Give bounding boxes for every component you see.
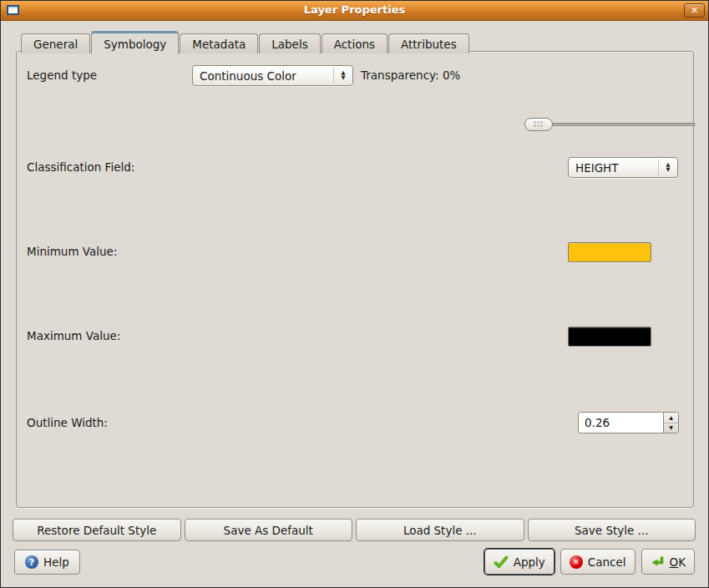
button-label: Restore Default Style <box>37 524 156 537</box>
layer-properties-dialog: Layer Properties ✕ General Symbology Met… <box>0 0 709 588</box>
maximum-value-color-button[interactable] <box>568 327 651 347</box>
classification-field-value: HEIGHT <box>569 158 658 177</box>
legend-type-value: Continuous Color <box>193 66 333 85</box>
spin-buttons: ▲ ▼ <box>663 413 678 433</box>
spin-down-button[interactable]: ▼ <box>664 423 678 433</box>
tab-label: Symbology <box>104 38 166 51</box>
tab-bar: General Symbology Metadata Labels Action… <box>21 31 470 53</box>
chevron-down-icon: ▼ <box>669 425 673 430</box>
window-title: Layer Properties <box>1 3 708 16</box>
return-arrow-icon <box>651 555 665 569</box>
button-label: Load Style ... <box>403 524 477 537</box>
tab-label: Actions <box>334 38 375 51</box>
legend-type-label: Legend type <box>27 65 97 86</box>
tab-general[interactable]: General <box>21 33 90 53</box>
close-button[interactable]: ✕ <box>684 3 705 18</box>
legend-type-select[interactable]: Continuous Color ▲▼ <box>192 65 353 86</box>
button-label: Save As Default <box>224 524 313 537</box>
maximum-value-label: Maximum Value: <box>27 326 120 346</box>
help-icon: ? <box>25 555 38 569</box>
button-label: Save Style ... <box>575 524 649 537</box>
chevron-up-icon: ▲ <box>669 415 673 420</box>
button-label: Cancel <box>588 555 626 569</box>
dialog-action-row: Apply ✕ Cancel OK <box>484 549 695 575</box>
chevron-up-down-icon: ▲▼ <box>333 68 352 84</box>
minimum-value-label: Minimum Value: <box>27 241 117 261</box>
tab-label: Labels <box>271 38 307 51</box>
titlebar[interactable]: Layer Properties ✕ <box>1 1 708 21</box>
restore-default-style-button[interactable]: Restore Default Style <box>13 519 181 541</box>
load-style-button[interactable]: Load Style ... <box>356 519 524 541</box>
spin-up-button[interactable]: ▲ <box>664 413 678 423</box>
outline-width-input[interactable]: 0.26 <box>579 413 663 433</box>
tab-labels[interactable]: Labels <box>259 33 320 53</box>
minimum-value-color-button[interactable] <box>568 242 651 262</box>
style-button-row: Restore Default Style Save As Default Lo… <box>13 519 696 541</box>
chevron-up-down-icon: ▲▼ <box>658 160 677 175</box>
classification-field-label: Classification Field: <box>27 157 134 178</box>
tab-symbology[interactable]: Symbology <box>91 31 179 54</box>
transparency-label: Transparency: 0% <box>361 65 460 86</box>
tab-attributes[interactable]: Attributes <box>388 33 469 53</box>
ok-button[interactable]: OK <box>641 549 696 575</box>
tab-label: Attributes <box>401 38 457 51</box>
symbology-panel: Legend type Continuous Color ▲▼ Transpar… <box>16 51 694 508</box>
tab-label: General <box>33 38 78 51</box>
tab-actions[interactable]: Actions <box>322 33 387 53</box>
save-as-default-button[interactable]: Save As Default <box>185 519 353 541</box>
cancel-x-icon: ✕ <box>570 555 583 569</box>
help-button[interactable]: ? Help <box>14 550 80 575</box>
button-label: Help <box>43 555 69 569</box>
classification-field-select[interactable]: HEIGHT ▲▼ <box>568 157 678 178</box>
outline-width-spinbox[interactable]: 0.26 ▲ ▼ <box>578 412 679 433</box>
tab-label: Metadata <box>192 38 246 51</box>
transparency-slider[interactable] <box>524 117 696 132</box>
button-label: OK <box>670 555 686 569</box>
save-style-button[interactable]: Save Style ... <box>528 519 696 541</box>
apply-button[interactable]: Apply <box>484 549 555 575</box>
slider-handle[interactable] <box>524 118 553 131</box>
check-icon <box>494 555 509 569</box>
button-label: Apply <box>514 555 545 569</box>
grip-dots-icon <box>534 121 544 129</box>
outline-width-label: Outline Width: <box>27 412 108 433</box>
close-icon: ✕ <box>691 5 698 16</box>
tab-metadata[interactable]: Metadata <box>180 33 258 53</box>
cancel-button[interactable]: ✕ Cancel <box>560 549 636 575</box>
